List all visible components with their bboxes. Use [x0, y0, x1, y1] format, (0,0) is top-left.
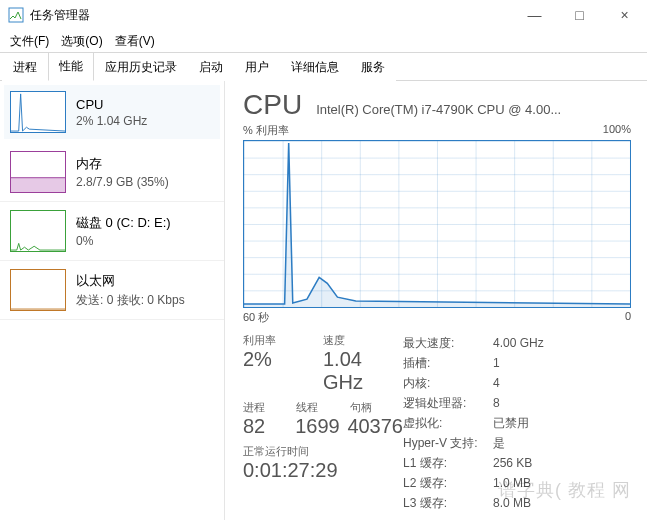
chart-util-label: % 利用率 [243, 123, 289, 138]
label-virtualization: 虚拟化: [403, 413, 493, 433]
chart-bottom-labels: 60 秒 0 [243, 310, 631, 325]
sidebar-item-disk[interactable]: 磁盘 0 (C: D: E:) 0% [0, 202, 224, 261]
label-l2: L2 缓存: [403, 473, 493, 493]
sidebar-memory-title: 内存 [76, 155, 169, 173]
title-bar: 任务管理器 — □ × [0, 0, 647, 30]
value-processes: 82 [243, 415, 295, 438]
cpu-heading: CPU [243, 89, 302, 121]
value-cores: 4 [493, 373, 500, 393]
value-l1: 256 KB [493, 453, 532, 473]
value-logical: 8 [493, 393, 500, 413]
value-handles: 40376 [347, 415, 403, 438]
chart-timespan: 60 秒 [243, 310, 269, 325]
sidebar-disk-title: 磁盘 0 (C: D: E:) [76, 214, 171, 232]
stats-left: 利用率 速度 2% 1.04 GHz 进程 线程 句柄 82 1699 4037… [243, 333, 403, 513]
tab-startup[interactable]: 启动 [188, 53, 234, 81]
sidebar-item-cpu[interactable]: CPU 2% 1.04 GHz [4, 85, 220, 139]
sidebar-memory-sub: 2.8/7.9 GB (35%) [76, 175, 169, 189]
sidebar-ethernet-text: 以太网 发送: 0 接收: 0 Kbps [76, 269, 185, 311]
value-virtualization: 已禁用 [493, 413, 529, 433]
sidebar-cpu-text: CPU 2% 1.04 GHz [76, 91, 147, 133]
sidebar-cpu-sub: 2% 1.04 GHz [76, 114, 147, 128]
maximize-button[interactable]: □ [557, 0, 602, 30]
app-icon [8, 7, 24, 23]
label-max-speed: 最大速度: [403, 333, 493, 353]
cpu-utilization-chart[interactable] [243, 140, 631, 308]
close-button[interactable]: × [602, 0, 647, 30]
chart-time-zero: 0 [625, 310, 631, 325]
watermark: 谱字典( 教程 网 [498, 478, 631, 502]
cpu-mini-chart [10, 91, 66, 133]
label-l1: L1 缓存: [403, 453, 493, 473]
tab-details[interactable]: 详细信息 [280, 53, 350, 81]
tab-services[interactable]: 服务 [350, 53, 396, 81]
value-threads: 1699 [295, 415, 347, 438]
details-pane: CPU Intel(R) Core(TM) i7-4790K CPU @ 4.0… [225, 81, 647, 520]
menu-options[interactable]: 选项(O) [57, 31, 106, 52]
sidebar-item-ethernet[interactable]: 以太网 发送: 0 接收: 0 Kbps [0, 261, 224, 320]
label-sockets: 插槽: [403, 353, 493, 373]
sidebar: CPU 2% 1.04 GHz 内存 2.8/7.9 GB (35%) [0, 81, 225, 520]
value-sockets: 1 [493, 353, 500, 373]
value-uptime: 0:01:27:29 [243, 459, 403, 482]
label-logical: 逻辑处理器: [403, 393, 493, 413]
label-utilization: 利用率 [243, 333, 323, 348]
sidebar-cpu-title: CPU [76, 97, 147, 112]
label-uptime: 正常运行时间 [243, 444, 403, 459]
cpu-model: Intel(R) Core(TM) i7-4790K CPU @ 4.00... [316, 102, 561, 117]
label-hyperv: Hyper-V 支持: [403, 433, 493, 453]
tab-users[interactable]: 用户 [234, 53, 280, 81]
sidebar-disk-text: 磁盘 0 (C: D: E:) 0% [76, 210, 171, 252]
sidebar-item-memory[interactable]: 内存 2.8/7.9 GB (35%) [0, 143, 224, 202]
minimize-button[interactable]: — [512, 0, 557, 30]
label-l3: L3 缓存: [403, 493, 493, 513]
svg-rect-1 [11, 178, 65, 192]
main-area: CPU 2% 1.04 GHz 内存 2.8/7.9 GB (35%) [0, 81, 647, 520]
sidebar-ethernet-sub: 发送: 0 接收: 0 Kbps [76, 292, 185, 309]
value-speed: 1.04 GHz [323, 348, 403, 394]
memory-mini-chart [10, 151, 66, 193]
value-utilization: 2% [243, 348, 323, 394]
sidebar-memory-text: 内存 2.8/7.9 GB (35%) [76, 151, 169, 193]
label-cores: 内核: [403, 373, 493, 393]
label-handles: 句柄 [350, 400, 403, 415]
label-speed: 速度 [323, 333, 403, 348]
value-hyperv: 是 [493, 433, 505, 453]
tab-processes[interactable]: 进程 [2, 53, 48, 81]
ethernet-mini-chart [10, 269, 66, 311]
disk-mini-chart [10, 210, 66, 252]
sidebar-disk-sub: 0% [76, 234, 171, 248]
tab-bar: 进程 性能 应用历史记录 启动 用户 详细信息 服务 [0, 53, 647, 81]
window-controls: — □ × [512, 0, 647, 30]
value-max-speed: 4.00 GHz [493, 333, 544, 353]
menu-file[interactable]: 文件(F) [6, 31, 53, 52]
chart-util-max: 100% [603, 123, 631, 138]
menu-view[interactable]: 查看(V) [111, 31, 159, 52]
chart-top-labels: % 利用率 100% [243, 123, 631, 138]
sidebar-ethernet-title: 以太网 [76, 272, 185, 290]
tab-app-history[interactable]: 应用历史记录 [94, 53, 188, 81]
cpu-header: CPU Intel(R) Core(TM) i7-4790K CPU @ 4.0… [243, 89, 631, 121]
label-processes: 进程 [243, 400, 296, 415]
menu-bar: 文件(F) 选项(O) 查看(V) [0, 30, 647, 52]
tab-performance[interactable]: 性能 [48, 52, 94, 81]
window-title: 任务管理器 [30, 7, 90, 24]
label-threads: 线程 [296, 400, 349, 415]
